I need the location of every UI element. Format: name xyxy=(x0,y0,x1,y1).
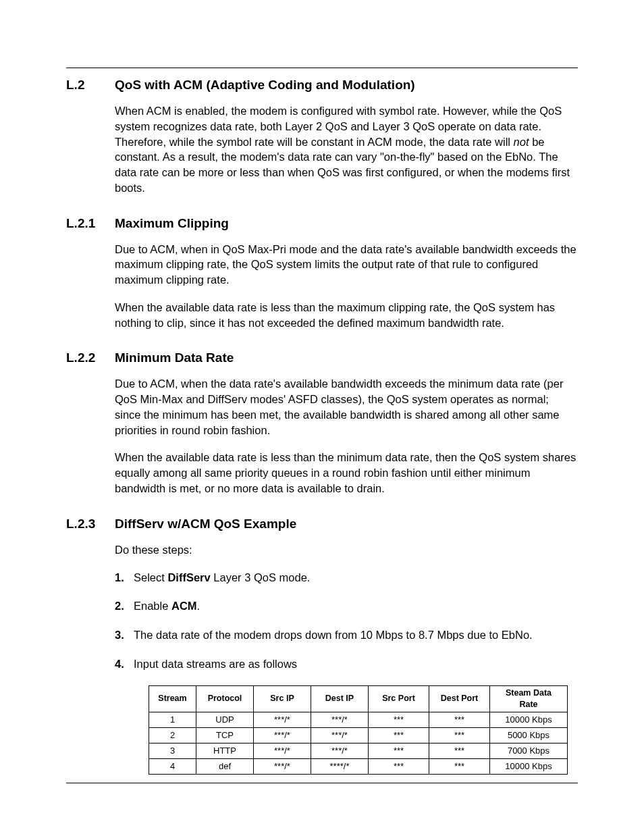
step-text: Select DiffServ Layer 3 QoS mode. xyxy=(134,570,578,585)
step-number: 1. xyxy=(115,570,134,585)
cell-destip: ***/* xyxy=(311,728,369,744)
cell-stream: 1 xyxy=(149,712,196,728)
table-row: 1UDP***/****/*******10000 Kbps xyxy=(149,712,568,728)
body-l22: Due to ACM, when the data rate's availab… xyxy=(115,376,578,496)
cell-srcport: *** xyxy=(369,743,429,758)
bottom-rule xyxy=(66,783,578,783)
section-number: L.2.3 xyxy=(66,517,115,531)
data-streams-table: Stream Protocol Src IP Dest IP Src Port … xyxy=(149,685,568,775)
cell-destport: *** xyxy=(429,758,490,774)
bold-text: ACM xyxy=(171,600,197,612)
body-l2: When ACM is enabled, the modem is config… xyxy=(115,103,578,196)
list-item: 3. The data rate of the modem drops down… xyxy=(115,627,578,643)
col-protocol: Protocol xyxy=(196,685,254,712)
top-rule xyxy=(66,68,578,68)
cell-protocol: UDP xyxy=(196,712,254,728)
steps-list: 1. Select DiffServ Layer 3 QoS mode. 2. … xyxy=(115,570,578,672)
col-stream: Stream xyxy=(149,685,196,712)
paragraph: Due to ACM, when the data rate's availab… xyxy=(115,376,578,438)
step-number: 3. xyxy=(115,627,134,643)
section-title: DiffServ w/ACM QoS Example xyxy=(115,517,296,531)
cell-destip: ***/* xyxy=(311,743,369,758)
col-rate: Steam Data Rate xyxy=(490,685,568,712)
section-title: Minimum Data Rate xyxy=(115,350,234,365)
heading-l21: L.2.1Maximum Clipping xyxy=(66,216,578,231)
section-title: Maximum Clipping xyxy=(115,216,229,230)
cell-rate: 7000 Kbps xyxy=(490,743,568,758)
cell-protocol: TCP xyxy=(196,728,254,744)
cell-destport: *** xyxy=(429,728,490,744)
table-row: 3HTTP***/****/*******7000 Kbps xyxy=(149,743,568,758)
body-l23: Do these steps: 1. Select DiffServ Layer… xyxy=(115,542,578,775)
cell-srcip: ***/* xyxy=(254,758,311,774)
body-l21: Due to ACM, when in QoS Max-Pri mode and… xyxy=(115,242,578,331)
cell-rate: 5000 Kbps xyxy=(490,728,568,744)
text: Enable xyxy=(134,600,171,612)
cell-destport: *** xyxy=(429,743,490,758)
list-item: 1. Select DiffServ Layer 3 QoS mode. xyxy=(115,570,578,585)
table-row: 4def***/*****/*******10000 Kbps xyxy=(149,758,568,774)
table-row: 2TCP***/****/*******5000 Kbps xyxy=(149,728,568,744)
col-destip: Dest IP xyxy=(311,685,369,712)
italic-text: not xyxy=(514,136,529,148)
section-number: L.2 xyxy=(66,78,115,93)
heading-l23: L.2.3DiffServ w/ACM QoS Example xyxy=(66,517,578,531)
cell-rate: 10000 Kbps xyxy=(490,712,568,728)
cell-destip: ***/* xyxy=(311,712,369,728)
section-title: QoS with ACM (Adaptive Coding and Modula… xyxy=(115,78,415,92)
paragraph: When ACM is enabled, the modem is config… xyxy=(115,103,578,196)
paragraph: When the available data rate is less tha… xyxy=(115,450,578,496)
table-header-row: Stream Protocol Src IP Dest IP Src Port … xyxy=(149,685,568,712)
section-number: L.2.2 xyxy=(66,350,115,365)
step-number: 2. xyxy=(115,598,134,614)
cell-protocol: def xyxy=(196,758,254,774)
cell-srcport: *** xyxy=(369,712,429,728)
text: When ACM is enabled, the modem is config… xyxy=(115,105,562,148)
cell-srcport: *** xyxy=(369,728,429,744)
paragraph: Do these steps: xyxy=(115,542,578,558)
col-srcip: Src IP xyxy=(254,685,311,712)
bold-text: DiffServ xyxy=(167,571,210,583)
col-destport: Dest Port xyxy=(429,685,490,712)
cell-destip: ****/* xyxy=(311,758,369,774)
step-text: Input data streams are as follows xyxy=(134,656,578,672)
cell-srcport: *** xyxy=(369,758,429,774)
cell-srcip: ***/* xyxy=(254,728,311,744)
cell-stream: 3 xyxy=(149,743,196,758)
table-body: 1UDP***/****/*******10000 Kbps2TCP***/**… xyxy=(149,712,568,775)
cell-stream: 4 xyxy=(149,758,196,774)
heading-l22: L.2.2Minimum Data Rate xyxy=(66,350,578,365)
cell-stream: 2 xyxy=(149,728,196,744)
heading-l2: L.2QoS with ACM (Adaptive Coding and Mod… xyxy=(66,78,578,93)
text: Select xyxy=(134,571,167,583)
cell-destport: *** xyxy=(429,712,490,728)
paragraph: Due to ACM, when in QoS Max-Pri mode and… xyxy=(115,242,578,288)
step-text: The data rate of the modem drops down fr… xyxy=(134,627,578,643)
paragraph: When the available data rate is less tha… xyxy=(115,300,578,331)
cell-protocol: HTTP xyxy=(196,743,254,758)
cell-rate: 10000 Kbps xyxy=(490,758,568,774)
cell-srcip: ***/* xyxy=(254,743,311,758)
section-number: L.2.1 xyxy=(66,216,115,231)
col-srcport: Src Port xyxy=(369,685,429,712)
list-item: 2. Enable ACM. xyxy=(115,598,578,614)
cell-srcip: ***/* xyxy=(254,712,311,728)
list-item: 4. Input data streams are as follows xyxy=(115,656,578,672)
text: Layer 3 QoS mode. xyxy=(211,571,311,583)
step-number: 4. xyxy=(115,656,134,672)
text: . xyxy=(197,600,200,612)
step-text: Enable ACM. xyxy=(134,598,578,614)
